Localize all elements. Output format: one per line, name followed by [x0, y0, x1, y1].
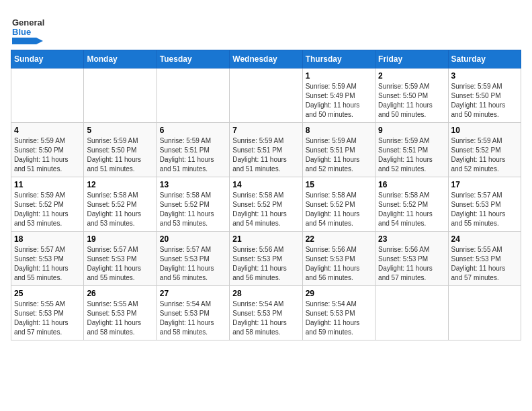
calendar-cell: 13Sunrise: 5:58 AMSunset: 5:52 PMDayligh… [157, 177, 229, 232]
day-number: 4 [14, 126, 81, 135]
day-number: 14 [232, 180, 299, 189]
calendar-cell [448, 286, 521, 340]
day-number: 9 [378, 126, 445, 135]
calendar-cell: 10Sunrise: 5:59 AMSunset: 5:52 PMDayligh… [448, 123, 521, 177]
day-info: Sunrise: 5:58 AMSunset: 5:52 PMDaylight:… [87, 191, 153, 228]
calendar-cell: 9Sunrise: 5:59 AMSunset: 5:51 PMDaylight… [375, 123, 448, 177]
week-row-5: 25Sunrise: 5:55 AMSunset: 5:53 PMDayligh… [11, 286, 521, 340]
calendar-cell [230, 68, 302, 123]
day-number: 7 [232, 126, 299, 135]
calendar-cell: 4Sunrise: 5:59 AMSunset: 5:50 PMDaylight… [11, 123, 84, 177]
calendar-cell: 26Sunrise: 5:55 AMSunset: 5:53 PMDayligh… [84, 286, 157, 340]
week-row-4: 18Sunrise: 5:57 AMSunset: 5:53 PMDayligh… [11, 232, 521, 286]
day-number: 12 [87, 180, 153, 189]
calendar-cell: 19Sunrise: 5:57 AMSunset: 5:53 PMDayligh… [84, 232, 157, 286]
svg-text:Blue: Blue [12, 27, 31, 37]
header-row: SundayMondayTuesdayWednesdayThursdayFrid… [11, 50, 521, 68]
calendar-cell: 21Sunrise: 5:56 AMSunset: 5:53 PMDayligh… [230, 232, 302, 286]
day-info: Sunrise: 5:59 AMSunset: 5:52 PMDaylight:… [451, 136, 518, 174]
day-info: Sunrise: 5:59 AMSunset: 5:52 PMDaylight:… [14, 191, 81, 228]
day-info: Sunrise: 5:59 AMSunset: 5:51 PMDaylight:… [160, 136, 226, 174]
day-info: Sunrise: 5:55 AMSunset: 5:53 PMDaylight:… [451, 245, 518, 283]
day-number: 17 [451, 180, 518, 189]
calendar-cell: 17Sunrise: 5:57 AMSunset: 5:53 PMDayligh… [448, 177, 521, 232]
calendar-cell [157, 68, 229, 123]
day-number: 8 [306, 126, 372, 135]
calendar-cell: 14Sunrise: 5:58 AMSunset: 5:52 PMDayligh… [230, 177, 302, 232]
calendar-cell: 11Sunrise: 5:59 AMSunset: 5:52 PMDayligh… [11, 177, 84, 232]
day-info: Sunrise: 5:58 AMSunset: 5:52 PMDaylight:… [306, 191, 372, 228]
day-info: Sunrise: 5:59 AMSunset: 5:49 PMDaylight:… [306, 82, 372, 120]
day-info: Sunrise: 5:54 AMSunset: 5:53 PMDaylight:… [306, 300, 372, 337]
calendar-header: SundayMondayTuesdayWednesdayThursdayFrid… [11, 50, 521, 68]
day-info: Sunrise: 5:59 AMSunset: 5:50 PMDaylight:… [451, 82, 518, 120]
week-row-2: 4Sunrise: 5:59 AMSunset: 5:50 PMDaylight… [11, 123, 521, 177]
calendar-body: 1Sunrise: 5:59 AMSunset: 5:49 PMDaylight… [11, 68, 521, 340]
page-header: General Blue [11, 11, 521, 44]
calendar-cell: 18Sunrise: 5:57 AMSunset: 5:53 PMDayligh… [11, 232, 84, 286]
day-number: 27 [160, 289, 226, 298]
calendar-cell: 29Sunrise: 5:54 AMSunset: 5:53 PMDayligh… [302, 286, 375, 340]
day-info: Sunrise: 5:57 AMSunset: 5:53 PMDaylight:… [451, 191, 518, 228]
day-number: 1 [306, 71, 372, 81]
day-number: 26 [87, 289, 153, 298]
header-saturday: Saturday [448, 50, 521, 68]
calendar-cell [375, 286, 448, 340]
day-info: Sunrise: 5:59 AMSunset: 5:50 PMDaylight:… [14, 136, 81, 174]
day-number: 2 [378, 71, 445, 81]
day-number: 13 [160, 180, 226, 189]
day-info: Sunrise: 5:58 AMSunset: 5:52 PMDaylight:… [232, 191, 299, 228]
day-info: Sunrise: 5:59 AMSunset: 5:51 PMDaylight:… [232, 136, 299, 174]
day-number: 22 [306, 234, 372, 244]
day-info: Sunrise: 5:59 AMSunset: 5:50 PMDaylight:… [87, 136, 153, 174]
day-number: 20 [160, 234, 226, 244]
calendar-table: SundayMondayTuesdayWednesdayThursdayFrid… [11, 50, 521, 340]
day-info: Sunrise: 5:59 AMSunset: 5:51 PMDaylight:… [306, 136, 372, 174]
day-number: 19 [87, 234, 153, 244]
calendar-cell [84, 68, 157, 123]
day-number: 24 [451, 234, 518, 244]
day-info: Sunrise: 5:58 AMSunset: 5:52 PMDaylight:… [378, 191, 445, 228]
calendar-cell: 22Sunrise: 5:56 AMSunset: 5:53 PMDayligh… [302, 232, 375, 286]
day-number: 23 [378, 234, 445, 244]
header-friday: Friday [375, 50, 448, 68]
calendar-cell [11, 68, 84, 123]
day-number: 28 [232, 289, 299, 298]
day-info: Sunrise: 5:55 AMSunset: 5:53 PMDaylight:… [87, 300, 153, 337]
day-info: Sunrise: 5:54 AMSunset: 5:53 PMDaylight:… [160, 300, 226, 337]
calendar-cell: 23Sunrise: 5:56 AMSunset: 5:53 PMDayligh… [375, 232, 448, 286]
day-info: Sunrise: 5:59 AMSunset: 5:51 PMDaylight:… [378, 136, 445, 174]
header-tuesday: Tuesday [157, 50, 229, 68]
calendar-cell: 28Sunrise: 5:54 AMSunset: 5:53 PMDayligh… [230, 286, 302, 340]
day-number: 21 [232, 234, 299, 244]
day-number: 16 [378, 180, 445, 189]
calendar-cell: 1Sunrise: 5:59 AMSunset: 5:49 PMDaylight… [302, 68, 375, 123]
calendar-cell: 15Sunrise: 5:58 AMSunset: 5:52 PMDayligh… [302, 177, 375, 232]
day-info: Sunrise: 5:56 AMSunset: 5:53 PMDaylight:… [378, 245, 445, 283]
logo: General Blue [11, 11, 44, 44]
day-info: Sunrise: 5:54 AMSunset: 5:53 PMDaylight:… [232, 300, 299, 337]
week-row-3: 11Sunrise: 5:59 AMSunset: 5:52 PMDayligh… [11, 177, 521, 232]
svg-marker-2 [12, 38, 43, 44]
week-row-1: 1Sunrise: 5:59 AMSunset: 5:49 PMDaylight… [11, 68, 521, 123]
day-number: 11 [14, 180, 81, 189]
header-thursday: Thursday [302, 50, 375, 68]
calendar-cell: 3Sunrise: 5:59 AMSunset: 5:50 PMDaylight… [448, 68, 521, 123]
header-wednesday: Wednesday [230, 50, 302, 68]
day-info: Sunrise: 5:58 AMSunset: 5:52 PMDaylight:… [160, 191, 226, 228]
day-number: 6 [160, 126, 226, 135]
calendar-cell: 25Sunrise: 5:55 AMSunset: 5:53 PMDayligh… [11, 286, 84, 340]
calendar-cell: 2Sunrise: 5:59 AMSunset: 5:50 PMDaylight… [375, 68, 448, 123]
day-info: Sunrise: 5:57 AMSunset: 5:53 PMDaylight:… [160, 245, 226, 283]
calendar-cell: 16Sunrise: 5:58 AMSunset: 5:52 PMDayligh… [375, 177, 448, 232]
calendar-cell: 7Sunrise: 5:59 AMSunset: 5:51 PMDaylight… [230, 123, 302, 177]
day-number: 3 [451, 71, 518, 81]
day-info: Sunrise: 5:55 AMSunset: 5:53 PMDaylight:… [14, 300, 81, 337]
day-info: Sunrise: 5:56 AMSunset: 5:53 PMDaylight:… [232, 245, 299, 283]
calendar-cell: 6Sunrise: 5:59 AMSunset: 5:51 PMDaylight… [157, 123, 229, 177]
calendar-cell: 5Sunrise: 5:59 AMSunset: 5:50 PMDaylight… [84, 123, 157, 177]
calendar-cell: 27Sunrise: 5:54 AMSunset: 5:53 PMDayligh… [157, 286, 229, 340]
day-number: 18 [14, 234, 81, 244]
day-number: 5 [87, 126, 153, 135]
logo-icon: General Blue [11, 11, 44, 44]
